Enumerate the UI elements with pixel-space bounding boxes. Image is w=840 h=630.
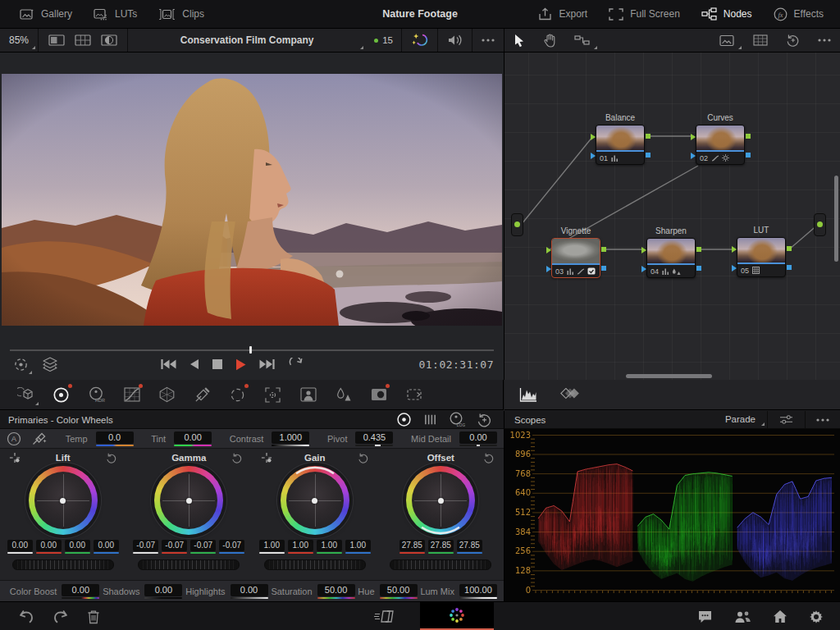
- redo-button[interactable]: [52, 609, 69, 623]
- scope-more-icon[interactable]: [806, 411, 840, 428]
- node-thumbnail[interactable]: [647, 239, 695, 263]
- param-value[interactable]: 0.00: [231, 584, 268, 596]
- node-output-green[interactable]: [601, 247, 606, 252]
- cuberaw-tool[interactable]: [8, 381, 43, 409]
- node-input-green[interactable]: [546, 247, 551, 253]
- step-back-button[interactable]: [189, 358, 199, 370]
- scope-settings-icon[interactable]: [768, 411, 805, 428]
- node-output-blue[interactable]: [696, 266, 701, 271]
- magicmask-tool[interactable]: [290, 381, 326, 409]
- vertical-scrollbar[interactable]: [834, 176, 838, 262]
- source-node[interactable]: [511, 213, 523, 236]
- param-value[interactable]: 0.435: [355, 431, 393, 444]
- collab-button[interactable]: [734, 610, 751, 623]
- corrector-node-03[interactable]: Vignette03: [551, 238, 600, 278]
- auto-balance-icon[interactable]: A: [7, 431, 21, 446]
- wheel-value-field[interactable]: 0.00: [94, 540, 119, 554]
- tracker-circle-icon[interactable]: [13, 357, 29, 372]
- keyer-tool[interactable]: [361, 381, 396, 409]
- layers-icon[interactable]: [42, 357, 58, 372]
- grid-view-icon[interactable]: [75, 34, 91, 46]
- param-value[interactable]: 50.00: [380, 584, 418, 596]
- qualifier-tool[interactable]: [185, 381, 220, 409]
- corrector-node-01[interactable]: Balance01: [596, 125, 645, 165]
- node-thumbnail[interactable]: [596, 126, 644, 150]
- wheel-value-field[interactable]: 0.00: [65, 540, 90, 554]
- undo-button[interactable]: [18, 609, 34, 623]
- node-thumbnail[interactable]: [737, 238, 785, 262]
- curvestool-tool[interactable]: [114, 381, 149, 409]
- wheel-value-field[interactable]: 1.00: [288, 540, 313, 554]
- wheel-value-field[interactable]: -0.07: [162, 540, 187, 554]
- node-output-green[interactable]: [646, 134, 651, 139]
- lift-color-wheel[interactable]: [29, 466, 98, 535]
- compare-view-icon[interactable]: [48, 34, 65, 46]
- home-button[interactable]: [773, 609, 788, 623]
- grade-picker-icon[interactable]: [8, 452, 21, 463]
- node-input-green[interactable]: [641, 247, 646, 253]
- param-value[interactable]: 0.00: [174, 431, 212, 444]
- cut-page-button[interactable]: [373, 602, 395, 630]
- reset-icon[interactable]: [477, 413, 492, 427]
- trash-button[interactable]: [87, 609, 100, 624]
- wheel-value-field[interactable]: 0.00: [7, 540, 33, 554]
- wheel-value-field[interactable]: -0.07: [190, 540, 216, 554]
- trackertool-tool[interactable]: [255, 381, 290, 409]
- stop-button[interactable]: [212, 359, 222, 369]
- enhance-icon[interactable]: [402, 29, 437, 52]
- horizontal-scrollbar[interactable]: [626, 374, 712, 378]
- param-value[interactable]: 0.00: [62, 584, 99, 596]
- node-input-blue[interactable]: [546, 266, 551, 272]
- top-bar-button-full-screen[interactable]: Full Screen: [600, 0, 688, 28]
- node-input-blue[interactable]: [641, 266, 646, 272]
- node-input-green[interactable]: [591, 134, 596, 140]
- top-bar-button-effects[interactable]: fxEffects: [765, 0, 832, 28]
- barsmode-icon[interactable]: [423, 413, 437, 427]
- wheel-value-field[interactable]: 1.00: [259, 540, 285, 554]
- skip-forward-button[interactable]: [259, 358, 276, 370]
- offset-color-wheel[interactable]: [406, 466, 475, 535]
- wheel-center-dot[interactable]: [60, 498, 66, 504]
- window-tool[interactable]: [220, 381, 255, 409]
- gear-button[interactable]: [809, 609, 824, 624]
- node-input-blue[interactable]: [732, 265, 737, 272]
- scope-mode-dropdown[interactable]: Parade: [720, 411, 767, 428]
- sizing-tool[interactable]: [396, 381, 431, 409]
- corrector-node-02[interactable]: Curves02: [696, 125, 745, 165]
- wheel-value-field[interactable]: 1.00: [317, 540, 342, 554]
- gain-master-wheel[interactable]: [264, 559, 366, 570]
- node-output-green[interactable]: [787, 246, 792, 251]
- wheel-value-field[interactable]: 1.00: [345, 540, 371, 554]
- wheel-reset-icon[interactable]: [105, 453, 118, 463]
- clip-title-dropdown[interactable]: Conservation Film Company: [128, 29, 366, 52]
- colorwheels-tool[interactable]: [43, 381, 79, 409]
- split-view-icon[interactable]: [101, 34, 117, 46]
- corrector-node-04[interactable]: Sharpen04: [646, 238, 696, 278]
- node-output-green[interactable]: [696, 247, 701, 252]
- chat-button[interactable]: [697, 609, 713, 623]
- wheel-reset-icon[interactable]: [231, 453, 244, 463]
- wheel-value-field[interactable]: 27.85: [399, 540, 425, 554]
- stills-icon[interactable]: [710, 29, 744, 52]
- gamma-master-wheel[interactable]: [138, 559, 240, 570]
- top-bar-button-nodes[interactable]: Nodes: [693, 0, 760, 28]
- grade-picker-icon[interactable]: [260, 452, 273, 463]
- output-node[interactable]: [814, 213, 826, 236]
- offset-master-wheel[interactable]: [390, 559, 491, 570]
- gamma-color-wheel[interactable]: [154, 466, 223, 535]
- scrubber-track[interactable]: [10, 349, 494, 351]
- wheel-reset-icon[interactable]: [357, 453, 370, 463]
- hand-icon[interactable]: [534, 29, 565, 52]
- node-thumbnail[interactable]: [696, 126, 744, 150]
- logmode-icon[interactable]: LOG: [449, 412, 465, 427]
- param-value[interactable]: 1.000: [272, 431, 309, 444]
- lift-master-wheel[interactable]: [12, 559, 114, 570]
- param-value[interactable]: 100.00: [459, 584, 497, 596]
- node-input-blue[interactable]: [591, 153, 596, 159]
- white-balance-picker-icon[interactable]: [31, 431, 48, 446]
- cursor-icon[interactable]: [504, 29, 534, 52]
- audio-icon[interactable]: [438, 29, 472, 52]
- color-page-tab[interactable]: [420, 602, 494, 630]
- skip-back-button[interactable]: [160, 358, 176, 370]
- warper-tool[interactable]: [149, 381, 185, 409]
